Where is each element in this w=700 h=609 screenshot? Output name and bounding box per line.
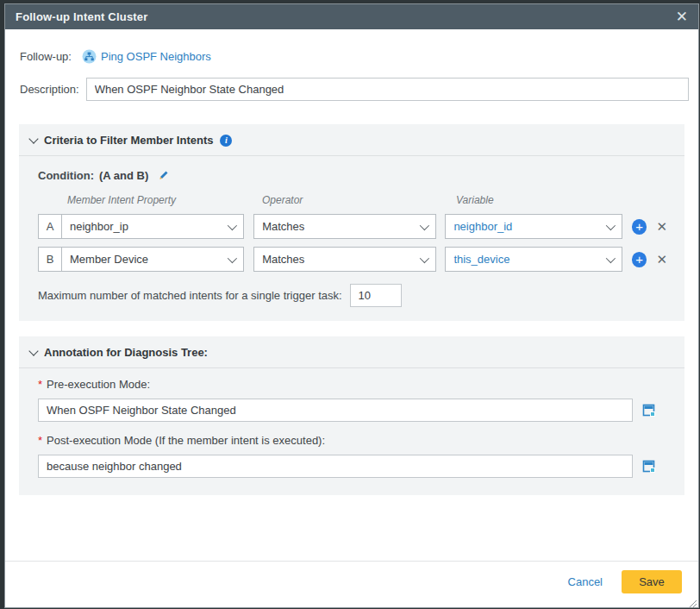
remove-criteria-icon[interactable]: ✕ xyxy=(656,220,667,233)
criteria-section-body: Condition: (A and B) Member Intent Prope… xyxy=(19,156,684,321)
property-select-b[interactable]: Member Device xyxy=(61,247,244,272)
collapse-chevron-icon xyxy=(30,139,37,142)
operator-value-b: Matches xyxy=(262,253,304,266)
open-text-editor-icon[interactable] xyxy=(642,460,656,474)
criteria-section-header[interactable]: Criteria to Filter Member Intents i xyxy=(19,124,684,156)
edit-condition-pencil-icon[interactable] xyxy=(157,169,170,182)
pre-execution-input-row xyxy=(38,399,667,422)
post-execution-input[interactable] xyxy=(38,455,633,478)
max-intents-input[interactable] xyxy=(350,284,402,307)
followup-intent-link[interactable]: Ping OSPF Neighbors xyxy=(82,49,211,64)
followup-intent-cluster-dialog: Follow-up Intent Cluster ✕ Follow-up: Pi… xyxy=(4,3,699,608)
dialog-title: Follow-up Intent Cluster xyxy=(16,10,148,23)
followup-intent-name: Ping OSPF Neighbors xyxy=(101,50,211,63)
chevron-down-icon xyxy=(228,253,237,262)
max-intents-row: Maximum number of matched intents for a … xyxy=(38,284,667,307)
add-criteria-button[interactable]: + xyxy=(632,252,647,267)
variable-select-b[interactable]: this_device xyxy=(445,247,622,272)
column-header-operator: Operator xyxy=(262,194,456,206)
chevron-down-icon xyxy=(228,220,237,229)
chevron-down-icon xyxy=(605,220,615,229)
chevron-down-icon xyxy=(420,253,429,262)
chevron-down-icon xyxy=(605,253,615,262)
max-intents-label: Maximum number of matched intents for a … xyxy=(38,289,342,302)
variable-select-a[interactable]: neighbor_id xyxy=(445,214,622,239)
open-text-editor-icon[interactable] xyxy=(642,404,656,418)
dialog-content: Follow-up: Ping OSPF Neighbors Descripti… xyxy=(5,29,698,607)
post-execution-input-row xyxy=(38,455,667,478)
row-key-badge: A xyxy=(38,214,62,239)
annotation-section-body: * Pre-execution Mode: * Post- xyxy=(19,368,684,495)
operator-select-a[interactable]: Matches xyxy=(253,214,436,239)
variable-value-a: neighbor_id xyxy=(453,220,512,233)
criteria-section-title: Criteria to Filter Member Intents xyxy=(44,134,213,147)
remove-criteria-icon[interactable]: ✕ xyxy=(656,253,667,266)
operator-select-b[interactable]: Matches xyxy=(253,247,436,272)
required-asterisk: * xyxy=(38,434,42,447)
operator-value-a: Matches xyxy=(262,220,304,233)
followup-label: Follow-up: xyxy=(20,50,72,63)
criteria-row-b: B Member Device Matches this_device + ✕ xyxy=(38,247,667,272)
post-execution-label: Post-execution Mode (If the member inten… xyxy=(47,434,325,447)
resize-handle[interactable] xyxy=(687,596,697,606)
dialog-footer: Cancel Save xyxy=(5,561,698,607)
followup-row: Follow-up: Ping OSPF Neighbors xyxy=(20,47,689,66)
dialog-titlebar: Follow-up Intent Cluster ✕ xyxy=(5,4,698,29)
post-execution-label-row: * Post-execution Mode (If the member int… xyxy=(38,434,667,447)
variable-value-b: this_device xyxy=(453,253,509,266)
intent-cluster-icon xyxy=(82,49,97,64)
info-icon[interactable]: i xyxy=(220,135,232,147)
annotation-section: Annotation for Diagnosis Tree: * Pre-exe… xyxy=(19,336,684,495)
collapse-chevron-icon xyxy=(30,351,37,355)
criteria-section: Criteria to Filter Member Intents i Cond… xyxy=(19,124,684,321)
close-icon[interactable]: ✕ xyxy=(676,9,688,24)
add-criteria-button[interactable]: + xyxy=(632,219,647,235)
condition-row: Condition: (A and B) xyxy=(38,169,667,182)
description-label: Description: xyxy=(20,83,79,96)
description-input[interactable] xyxy=(86,78,689,101)
property-select-a[interactable]: neighbor_ip xyxy=(61,214,244,239)
annotation-section-title: Annotation for Diagnosis Tree: xyxy=(44,346,208,359)
column-header-property: Member Intent Property xyxy=(67,194,262,206)
chevron-down-icon xyxy=(420,220,429,229)
property-value-a: neighbor_ip xyxy=(70,220,128,233)
pre-execution-label-row: * Pre-execution Mode: xyxy=(38,378,667,391)
condition-expression: (A and B) xyxy=(99,169,148,182)
row-key-badge: B xyxy=(38,247,62,272)
criteria-column-headers: Member Intent Property Operator Variable xyxy=(38,194,667,206)
description-row: Description: xyxy=(20,78,689,101)
column-header-variable: Variable xyxy=(456,194,494,206)
pre-execution-input[interactable] xyxy=(38,399,633,422)
condition-label: Condition: xyxy=(38,169,94,182)
pre-execution-label: Pre-execution Mode: xyxy=(47,378,150,391)
property-value-b: Member Device xyxy=(70,253,148,266)
save-button[interactable]: Save xyxy=(622,570,682,593)
required-asterisk: * xyxy=(38,378,42,391)
cancel-button[interactable]: Cancel xyxy=(568,575,603,588)
criteria-row-a: A neighbor_ip Matches neighbor_id + ✕ xyxy=(38,214,667,239)
annotation-section-header[interactable]: Annotation for Diagnosis Tree: xyxy=(19,336,684,368)
